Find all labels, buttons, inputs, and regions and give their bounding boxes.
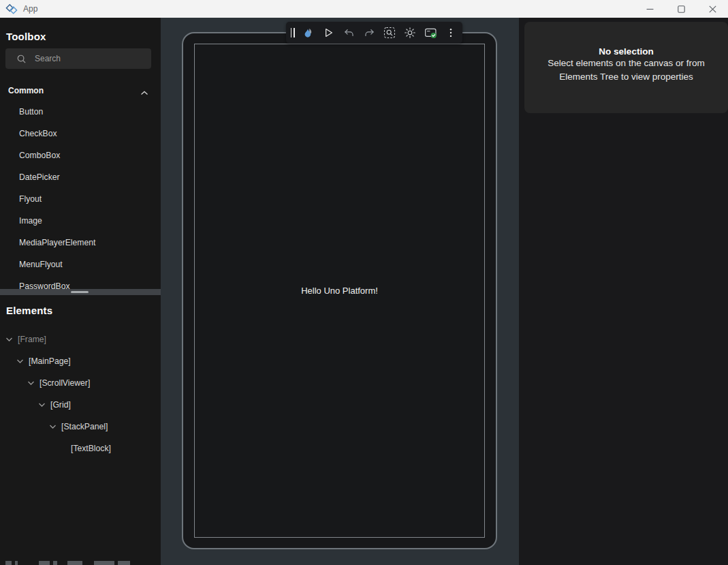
toolbar-drag-handle[interactable] <box>289 28 296 37</box>
tree-item-frame[interactable]: [Frame] <box>0 329 161 350</box>
app-window: App Toolbox <box>0 0 728 565</box>
elements-panel: Elements [Frame] [MainPage] [ScrollViewe… <box>0 295 161 565</box>
minimize-icon <box>646 5 654 13</box>
main-content: Toolbox Common Button CheckBox <box>0 18 728 565</box>
play-button[interactable] <box>319 24 337 42</box>
toolbox-item-list: Button CheckBox ComboBox DatePicker Flyo… <box>0 101 161 289</box>
uno-platform-logo-icon <box>5 3 18 15</box>
device-frame: Hello Uno Platform! <box>182 32 497 549</box>
theme-toggle-button[interactable] <box>401 24 419 42</box>
search-input[interactable] <box>35 54 146 63</box>
toolbox-section-common[interactable]: Common <box>0 82 161 100</box>
close-button[interactable] <box>697 0 728 18</box>
no-selection-card: No selection Select elements on the canv… <box>524 22 728 113</box>
maximize-button[interactable] <box>665 0 697 18</box>
floating-toolbar <box>286 22 462 44</box>
toolbox-item-flyout[interactable]: Flyout <box>0 188 161 210</box>
kebab-menu-icon <box>445 27 457 39</box>
maximize-icon <box>678 5 685 13</box>
window-controls <box>634 0 728 18</box>
element-picker-button[interactable] <box>381 24 398 42</box>
undo-button[interactable] <box>340 24 358 42</box>
element-picker-icon <box>383 26 396 40</box>
toolbox-search[interactable] <box>5 48 151 69</box>
close-icon <box>709 5 716 13</box>
undo-icon <box>343 27 355 40</box>
toolbox-item-mediaplayerelement[interactable]: MediaPlayerElement <box>0 232 161 254</box>
toolbox-item-image[interactable]: Image <box>0 210 161 232</box>
panel-splitter[interactable] <box>0 289 161 295</box>
no-selection-title: No selection <box>524 46 728 57</box>
more-options-button[interactable] <box>442 24 460 42</box>
chevron-down-icon[interactable] <box>16 358 24 364</box>
toolbox-item-combobox[interactable]: ComboBox <box>0 144 161 166</box>
tree-item-grid[interactable]: [Grid] <box>0 394 161 416</box>
toolbox-item-datepicker[interactable]: DatePicker <box>0 166 161 188</box>
validation-check-button[interactable] <box>422 24 439 42</box>
toolbox-item-menuflyout[interactable]: MenuFlyout <box>0 254 161 275</box>
flame-icon <box>301 26 315 40</box>
tree-item-textblock[interactable]: [TextBlock] <box>0 438 161 459</box>
toolbox-title: Toolbox <box>6 31 46 42</box>
no-selection-message-line1: Select elements on the canvas or from <box>524 57 728 70</box>
chevron-up-icon <box>140 87 148 99</box>
redo-icon <box>363 27 376 40</box>
toolbox-item-button[interactable]: Button <box>0 101 161 123</box>
left-sidebar: Toolbox Common Button CheckBox <box>0 18 161 565</box>
chevron-down-icon[interactable] <box>27 380 35 386</box>
hot-design-button[interactable] <box>299 24 317 42</box>
chevron-down-icon[interactable] <box>38 402 46 408</box>
titlebar: App <box>0 0 728 18</box>
sun-icon <box>403 26 417 40</box>
window-title: App <box>23 4 37 14</box>
splitter-grip-handle <box>71 291 89 293</box>
search-icon <box>16 54 27 64</box>
tree-item-scrollviewer[interactable]: [ScrollViewer] <box>0 372 161 394</box>
design-canvas: Hello Uno Platform! <box>161 18 519 565</box>
chevron-down-icon[interactable] <box>5 337 13 342</box>
play-icon <box>321 26 335 40</box>
tree-item-mainpage[interactable]: [MainPage] <box>0 350 161 372</box>
toolbox-panel: Toolbox Common Button CheckBox <box>0 18 161 289</box>
toolbox-item-checkbox[interactable]: CheckBox <box>0 123 161 144</box>
clipped-status-fragments <box>5 561 155 565</box>
toolbox-item-passwordbox[interactable]: PasswordBox <box>0 275 161 289</box>
elements-tree: [Frame] [MainPage] [ScrollViewer] [Grid] <box>0 329 161 459</box>
form-check-icon <box>424 26 438 40</box>
redo-button[interactable] <box>360 24 378 42</box>
section-label: Common <box>8 86 44 95</box>
no-selection-message-line2: Elements Tree to view properties <box>524 70 728 84</box>
device-screen[interactable]: Hello Uno Platform! <box>194 44 485 538</box>
minimize-button[interactable] <box>634 0 665 18</box>
canvas-textblock[interactable]: Hello Uno Platform! <box>301 286 378 296</box>
properties-panel: No selection Select elements on the canv… <box>519 18 728 565</box>
elements-title: Elements <box>6 305 52 316</box>
chevron-down-icon[interactable] <box>49 424 57 429</box>
tree-item-stackpanel[interactable]: [StackPanel] <box>0 416 161 438</box>
